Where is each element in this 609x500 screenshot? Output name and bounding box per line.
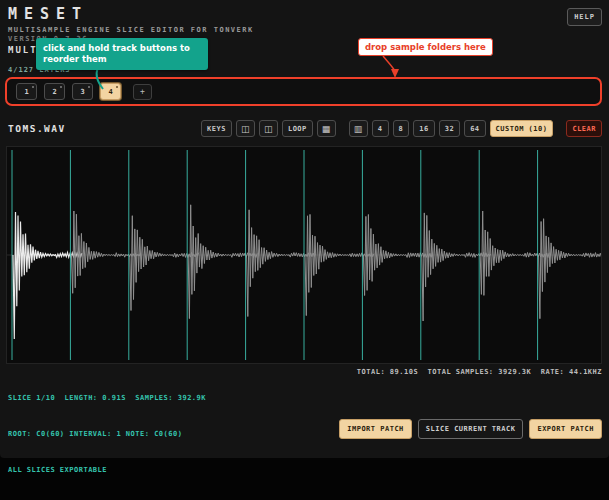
track-button-3[interactable]: 3 [72, 83, 93, 100]
app-title: MESET [8, 5, 88, 23]
slice-markers-icon-button[interactable]: ▥ [349, 120, 368, 137]
stack-view-icon-button[interactable]: ◫ [259, 120, 278, 137]
track-indicator-dot [88, 86, 90, 88]
track-button-label: 3 [80, 88, 84, 96]
waveform-transient-selected [13, 212, 82, 339]
waveform-transient [539, 219, 601, 319]
track-button-1[interactable]: 1 [16, 83, 37, 100]
export-patch-button[interactable]: EXPORT PATCH [529, 419, 602, 439]
slice-current-track-button[interactable]: SLICE CURRENT TRACK [418, 419, 524, 439]
track-button-2[interactable]: 2 [44, 83, 65, 100]
drop-folders-callout: drop sample folders here [358, 38, 493, 56]
help-button[interactable]: HELP [567, 8, 602, 26]
slice-64-button[interactable]: 64 [464, 120, 485, 137]
track-indicator-dot [32, 86, 34, 88]
patch-actions: IMPORT PATCH SLICE CURRENT TRACK EXPORT … [339, 419, 602, 439]
import-patch-button[interactable]: IMPORT PATCH [339, 419, 412, 439]
slice-info: SLICE 1/10 LENGTH: 0.91S SAMPLES: 392.9K… [8, 368, 206, 500]
grid-view-icon-button[interactable]: ▦ [317, 120, 336, 137]
sample-toolbar: KEYS◫◫LOOP▦▥48163264CUSTOM (10)CLEAR [201, 120, 602, 137]
app-subtitle: MULTISAMPLE ENGINE SLICE EDITOR FOR TONV… [8, 26, 254, 34]
track-indicator-dot [60, 86, 62, 88]
slice-info-line2: ROOT: C0(60) INTERVAL: 1 NOTE: C0(60) [8, 428, 206, 440]
track-button-label: 1 [24, 88, 28, 96]
waveform-svg[interactable] [7, 147, 601, 363]
track-list[interactable]: 1234+ [5, 77, 602, 106]
reorder-tooltip: click and hold track buttons to reorder … [36, 38, 208, 70]
slice-info-line1: SLICE 1/10 LENGTH: 0.91S SAMPLES: 392.9K [8, 392, 206, 404]
slice-32-button[interactable]: 32 [439, 120, 460, 137]
track-button-label: 4 [108, 88, 112, 96]
track-indicator-dot [116, 86, 118, 88]
split-view-icon-button[interactable]: ◫ [236, 120, 255, 137]
slice-4-button[interactable]: 4 [372, 120, 389, 137]
track-button-4[interactable]: 4 [100, 83, 121, 100]
slice-custom-button[interactable]: CUSTOM (10) [490, 120, 554, 137]
tracks-section-label: MULT [8, 45, 38, 55]
sample-filename: TOMS.WAV [8, 123, 66, 134]
app-window: MESET MULTISAMPLE ENGINE SLICE EDITOR FO… [0, 0, 609, 458]
slice-8-button[interactable]: 8 [393, 120, 410, 137]
loop-button[interactable]: LOOP [282, 120, 313, 137]
slice-info-line3: ALL SLICES EXPORTABLE [8, 464, 206, 476]
keys-button[interactable]: KEYS [201, 120, 232, 137]
track-button-label: 2 [52, 88, 56, 96]
slice-16-button[interactable]: 16 [413, 120, 434, 137]
waveform-panel[interactable] [6, 146, 602, 364]
clear-button[interactable]: CLEAR [566, 120, 602, 137]
total-info: TOTAL: 89.10S TOTAL SAMPLES: 3929.3K RAT… [357, 368, 602, 376]
add-track-button[interactable]: + [133, 84, 152, 100]
